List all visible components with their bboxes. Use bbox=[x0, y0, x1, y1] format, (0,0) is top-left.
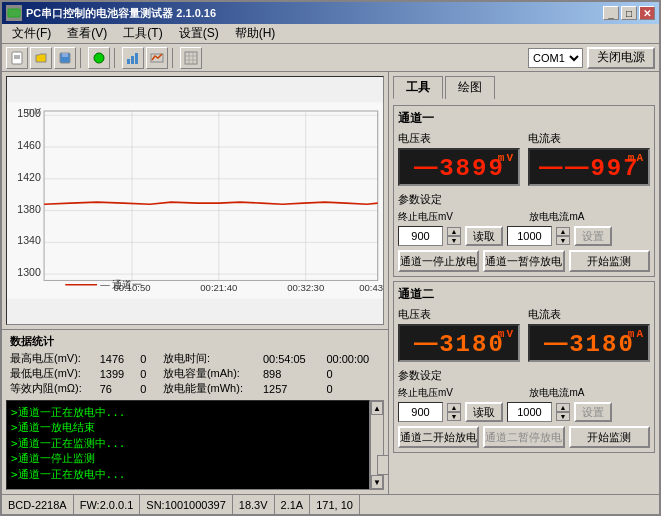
channel2-discharge-current-down[interactable]: ▼ bbox=[556, 412, 570, 421]
status-bar: BCD-2218A FW:2.0.0.1 SN:1001000397 18.3V… bbox=[2, 494, 659, 514]
channel2-start-monitor-button[interactable]: 开始监测 bbox=[569, 426, 650, 448]
save-button[interactable] bbox=[54, 47, 76, 69]
right-panel: 工具 绘图 通道一 电压表 ⸻3899 mV 电流表 bbox=[389, 72, 659, 494]
maximize-button[interactable]: □ bbox=[621, 6, 637, 20]
channel2-voltage-value: ⸻3180 bbox=[413, 329, 505, 358]
stats-val-3-3: 1257 bbox=[263, 381, 327, 396]
minimize-button[interactable]: _ bbox=[603, 6, 619, 20]
channel2-params-row2: ▲ ▼ 读取 ▲ ▼ 设置 bbox=[398, 402, 650, 422]
channel2-current-group: 电流表 ⸻3180 mA bbox=[528, 307, 650, 362]
channel2-stop-voltage-group: 终止电压mV bbox=[398, 386, 519, 400]
chart-button1[interactable] bbox=[122, 47, 144, 69]
app-icon bbox=[6, 5, 22, 21]
channel2-start-discharge-button[interactable]: 通道二开始放电 bbox=[398, 426, 479, 448]
channel2-stop-voltage-down[interactable]: ▼ bbox=[447, 412, 461, 421]
log-scrollbar[interactable]: ▲ ▼ bbox=[370, 400, 384, 490]
channel1-stop-voltage-input[interactable] bbox=[398, 226, 443, 246]
stats-panel: 数据统计 最高电压(mV): 1476 0 放电时间: 00:54:05 00:… bbox=[2, 329, 388, 400]
channel2-current-unit: mA bbox=[628, 328, 645, 340]
stats-label-1b: 放电时间: bbox=[163, 351, 263, 366]
close-button[interactable]: ✕ bbox=[639, 6, 655, 20]
scroll-up-button[interactable]: ▲ bbox=[371, 401, 383, 415]
channel1-discharge-current-up[interactable]: ▲ bbox=[556, 227, 570, 236]
channel1-stop-voltage-up[interactable]: ▲ bbox=[447, 227, 461, 236]
svg-rect-12 bbox=[185, 52, 197, 64]
channel1-discharge-current-spin[interactable]: ▲ ▼ bbox=[556, 227, 570, 245]
stats-row-3: 等效内阻(mΩ): 76 0 放电能量(mWh): 1257 0 bbox=[10, 381, 380, 396]
channel2-current-value: ⸻3180 bbox=[543, 329, 635, 358]
channel1-params: 参数设定 终止电压mV 放电电流mA ▲ bbox=[398, 192, 650, 246]
scroll-down-button[interactable]: ▼ bbox=[371, 475, 383, 489]
scroll-thumb[interactable] bbox=[377, 455, 389, 475]
channel1-start-monitor-button[interactable]: 开始监测 bbox=[569, 250, 650, 272]
power-button[interactable]: 关闭电源 bbox=[587, 47, 655, 69]
channel1-current-label: 电流表 bbox=[528, 131, 650, 146]
channel2-stop-voltage-input[interactable] bbox=[398, 402, 443, 422]
channel1-stop-voltage-group: 终止电压mV bbox=[398, 210, 519, 224]
stats-label-2: 最低电压(mV): bbox=[10, 366, 100, 381]
com-port-select[interactable]: COM1 bbox=[528, 48, 583, 68]
channel2-voltage-unit: mV bbox=[498, 328, 515, 340]
channel2-discharge-current-input[interactable] bbox=[507, 402, 552, 422]
channel1-stop-voltage-down[interactable]: ▼ bbox=[447, 236, 461, 245]
channel2-discharge-current-label: 放电电流mA bbox=[529, 386, 584, 400]
chart-button2[interactable] bbox=[146, 47, 168, 69]
toolbar-separator-1 bbox=[80, 48, 84, 68]
stats-val-2-3: 898 bbox=[263, 366, 327, 381]
start-green-button[interactable] bbox=[88, 47, 110, 69]
channel1-voltage-group: 电压表 ⸻3899 mV bbox=[398, 131, 520, 186]
tab-chart[interactable]: 绘图 bbox=[445, 76, 495, 99]
menu-file[interactable]: 文件(F) bbox=[4, 23, 59, 44]
channel1-buttons: 通道一停止放电 通道一暂停放电 开始监测 bbox=[398, 250, 650, 272]
channel2-params-title: 参数设定 bbox=[398, 368, 650, 383]
svg-text:1420: 1420 bbox=[17, 171, 41, 183]
window-title: PC串口控制的电池容量测试器 2.1.0.16 bbox=[26, 6, 603, 21]
channel2-set-button[interactable]: 设置 bbox=[574, 402, 612, 422]
channel1-params-row2: ▲ ▼ 读取 ▲ ▼ 设置 bbox=[398, 226, 650, 246]
channel2-stop-voltage-up[interactable]: ▲ bbox=[447, 403, 461, 412]
stats-val-1-4: 00:00:00 bbox=[326, 351, 380, 366]
channel1-voltage-value: ⸻3899 bbox=[413, 153, 505, 182]
svg-text:00:32:30: 00:32:30 bbox=[287, 282, 324, 293]
stats-val-3-4: 0 bbox=[326, 381, 380, 396]
svg-text:1460: 1460 bbox=[17, 139, 41, 151]
svg-rect-1 bbox=[19, 11, 21, 15]
left-panel: 1500 mV 1460 1420 1380 1340 1300 bbox=[2, 72, 389, 494]
menu-help[interactable]: 帮助(H) bbox=[227, 23, 284, 44]
svg-text:1300: 1300 bbox=[17, 266, 41, 278]
channel1-pause-discharge-button[interactable]: 通道一暂停放电 bbox=[483, 250, 564, 272]
tab-tools[interactable]: 工具 bbox=[393, 76, 443, 99]
channel2-discharge-current-up[interactable]: ▲ bbox=[556, 403, 570, 412]
channel1-current-display: ⸻⸻997 mA bbox=[528, 148, 650, 186]
channel1-set-button[interactable]: 设置 bbox=[574, 226, 612, 246]
open-button[interactable] bbox=[30, 47, 52, 69]
new-button[interactable] bbox=[6, 47, 28, 69]
menu-settings[interactable]: 设置(S) bbox=[171, 23, 227, 44]
channel2-stop-voltage-label2 bbox=[523, 388, 526, 399]
channel1-stop-voltage-spin[interactable]: ▲ ▼ bbox=[447, 227, 461, 245]
channel2-read-button[interactable]: 读取 bbox=[465, 402, 503, 422]
menu-view[interactable]: 查看(V) bbox=[59, 23, 115, 44]
channel2-discharge-current-spin[interactable]: ▲ ▼ bbox=[556, 403, 570, 421]
stats-row-1: 最高电压(mV): 1476 0 放电时间: 00:54:05 00:00:00 bbox=[10, 351, 380, 366]
grid-button[interactable] bbox=[180, 47, 202, 69]
log-line-5: >通道一正在放电中... bbox=[11, 467, 365, 482]
tabs-bar: 工具 绘图 bbox=[393, 76, 655, 99]
channel1-read-button[interactable]: 读取 bbox=[465, 226, 503, 246]
channel2-voltage-group: 电压表 ⸻3180 mV bbox=[398, 307, 520, 362]
main-content: 1500 mV 1460 1420 1380 1340 1300 bbox=[2, 72, 659, 494]
channel2-current-label: 电流表 bbox=[528, 307, 650, 322]
channel1-discharge-current-down[interactable]: ▼ bbox=[556, 236, 570, 245]
stats-label-1: 最高电压(mV): bbox=[10, 351, 100, 366]
status-model: BCD-2218A bbox=[2, 495, 74, 514]
toolbar: COM1 关闭电源 bbox=[2, 44, 659, 72]
channel2-stop-voltage-spin[interactable]: ▲ ▼ bbox=[447, 403, 461, 421]
stats-val-3-1: 76 bbox=[100, 381, 141, 396]
menu-tools[interactable]: 工具(T) bbox=[115, 23, 170, 44]
channel1-discharge-current-group: 放电电流mA bbox=[529, 210, 650, 224]
channel2-pause-discharge-button[interactable]: 通道二暂停放电 bbox=[483, 426, 564, 448]
stats-row-2: 最低电压(mV): 1399 0 放电容量(mAh): 898 0 bbox=[10, 366, 380, 381]
channel1-stop-discharge-button[interactable]: 通道一停止放电 bbox=[398, 250, 479, 272]
channel1-discharge-current-input[interactable] bbox=[507, 226, 552, 246]
stats-title: 数据统计 bbox=[10, 334, 380, 349]
